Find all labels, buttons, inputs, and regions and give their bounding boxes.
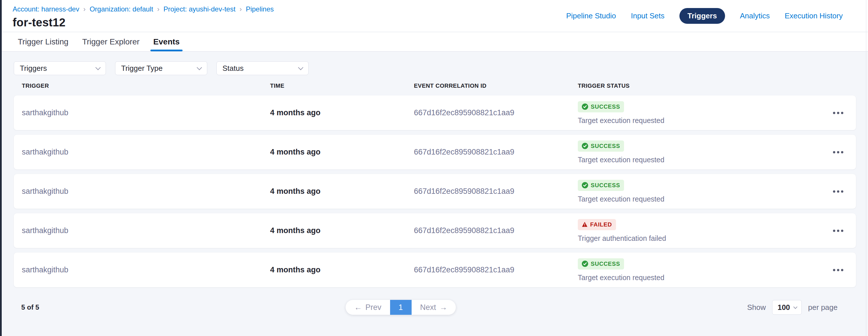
row-menu-button[interactable] <box>833 269 856 271</box>
event-correlation-id: 667d16f2ec895908821c1aa9 <box>414 108 578 117</box>
trigger-status-cell: SUCCESS Target execution requested <box>578 258 810 282</box>
breadcrumb-separator-icon: › <box>83 5 86 13</box>
event-time: 4 months ago <box>270 226 414 235</box>
trigger-status-cell: SUCCESS Target execution requested <box>578 140 810 164</box>
status-badge: SUCCESS <box>578 258 624 269</box>
nav-triggers[interactable]: Triggers <box>679 8 725 24</box>
event-time: 4 months ago <box>270 108 414 117</box>
event-time: 4 months ago <box>270 266 414 274</box>
arrow-left-icon: ← <box>354 303 362 312</box>
breadcrumb-separator-icon: › <box>157 5 160 13</box>
ellipsis-icon <box>833 269 835 271</box>
warning-triangle-icon <box>582 222 588 227</box>
trigger-type-filter-label: Trigger Type <box>121 64 163 73</box>
page-size-select[interactable]: 100 <box>772 300 802 315</box>
status-filter-dropdown[interactable]: Status <box>216 61 309 75</box>
breadcrumb-organization[interactable]: Organization: default <box>90 5 153 13</box>
event-row: sarthakgithub 4 months ago 667d16f2ec895… <box>14 213 856 248</box>
nav-analytics[interactable]: Analytics <box>740 11 770 20</box>
breadcrumb-project[interactable]: Project: ayushi-dev-test <box>164 5 236 13</box>
triggers-tabbar: Trigger Listing Trigger Explorer Events <box>2 32 868 52</box>
right-gutter-divider <box>866 0 866 336</box>
ellipsis-icon <box>841 269 843 271</box>
pagination-bar: 5 of 5 ← Prev 1 Next → Show 100 <box>2 300 868 315</box>
ellipsis-icon <box>837 112 839 114</box>
status-message: Target execution requested <box>578 195 664 203</box>
trigger-status-cell: SUCCESS Target execution requested <box>578 180 810 203</box>
ellipsis-icon <box>841 151 843 154</box>
breadcrumb-account[interactable]: Account: harness-dev <box>12 5 79 13</box>
trigger-name: sarthakgithub <box>22 266 270 274</box>
status-badge-label: SUCCESS <box>591 182 620 189</box>
event-correlation-id: 667d16f2ec895908821c1aa9 <box>414 226 578 235</box>
status-badge: SUCCESS <box>578 101 624 112</box>
status-badge-label: SUCCESS <box>591 261 620 267</box>
show-label: Show <box>747 303 766 312</box>
row-menu-button[interactable] <box>833 190 856 193</box>
trigger-name: sarthakgithub <box>22 108 270 117</box>
event-row: sarthakgithub 4 months ago 667d16f2ec895… <box>14 253 856 287</box>
triggers-filter-label: Triggers <box>20 64 47 73</box>
nav-execution-history[interactable]: Execution History <box>785 11 843 20</box>
column-header-trigger: TRIGGER <box>22 82 270 89</box>
row-menu-button[interactable] <box>833 230 856 232</box>
status-filter-label: Status <box>222 64 244 73</box>
next-page-button[interactable]: Next → <box>412 300 456 315</box>
trigger-status-cell: SUCCESS Target execution requested <box>578 101 810 125</box>
ellipsis-icon <box>841 112 843 114</box>
tab-events[interactable]: Events <box>153 32 180 51</box>
trigger-name: sarthakgithub <box>22 226 270 235</box>
event-row: sarthakgithub 4 months ago 667d16f2ec895… <box>14 96 856 130</box>
status-badge: SUCCESS <box>578 140 624 152</box>
status-message: Target execution requested <box>578 116 664 125</box>
nav-pipeline-studio[interactable]: Pipeline Studio <box>566 11 616 20</box>
chevron-down-icon <box>794 305 797 309</box>
page-size-group: Show 100 per page <box>747 300 838 315</box>
trigger-type-filter-dropdown[interactable]: Trigger Type <box>115 61 207 75</box>
trigger-name: sarthakgithub <box>22 148 270 157</box>
breadcrumb-pipelines[interactable]: Pipelines <box>246 5 274 13</box>
collapsed-sidebar-edge <box>0 0 2 336</box>
per-page-label: per page <box>808 303 838 312</box>
triggers-events-page: Account: harness-dev › Organization: def… <box>0 0 868 336</box>
event-correlation-id: 667d16f2ec895908821c1aa9 <box>414 148 578 157</box>
row-menu-button[interactable] <box>833 112 856 114</box>
event-time: 4 months ago <box>270 148 414 157</box>
page-number-button[interactable]: 1 <box>390 300 412 315</box>
column-header-event-correlation-id: EVENT CORRELATION ID <box>414 82 578 89</box>
status-badge-label: SUCCESS <box>591 103 620 110</box>
trigger-name: sarthakgithub <box>22 187 270 196</box>
event-correlation-id: 667d16f2ec895908821c1aa9 <box>414 187 578 196</box>
column-header-time: TIME <box>270 82 414 89</box>
event-row: sarthakgithub 4 months ago 667d16f2ec895… <box>14 174 856 209</box>
status-message: Target execution requested <box>578 156 664 164</box>
nav-input-sets[interactable]: Input Sets <box>631 11 664 20</box>
tab-trigger-listing[interactable]: Trigger Listing <box>18 32 68 51</box>
ellipsis-icon <box>833 112 835 114</box>
results-count: 5 of 5 <box>21 303 39 311</box>
events-content: Triggers Trigger Type Status TRIGGER TIM… <box>2 52 868 336</box>
trigger-status-cell: FAILED Trigger authentication failed <box>578 219 810 242</box>
prev-page-button[interactable]: ← Prev <box>346 300 390 315</box>
chevron-down-icon <box>298 65 303 70</box>
breadcrumb-separator-icon: › <box>239 5 242 13</box>
filter-bar: Triggers Trigger Type Status <box>14 61 868 75</box>
triggers-filter-dropdown[interactable]: Triggers <box>14 61 106 75</box>
arrow-right-icon: → <box>439 303 447 312</box>
check-circle-icon <box>582 143 588 149</box>
check-circle-icon <box>582 182 588 188</box>
event-row: sarthakgithub 4 months ago 667d16f2ec895… <box>14 135 856 169</box>
event-correlation-id: 667d16f2ec895908821c1aa9 <box>414 266 578 274</box>
check-circle-icon <box>582 261 588 267</box>
ellipsis-icon <box>833 230 835 232</box>
check-circle-icon <box>582 103 588 110</box>
row-menu-button[interactable] <box>833 151 856 154</box>
chevron-down-icon <box>197 65 202 70</box>
tab-trigger-explorer[interactable]: Trigger Explorer <box>82 32 140 51</box>
status-badge: SUCCESS <box>578 180 624 191</box>
page-size-value: 100 <box>778 303 790 312</box>
ellipsis-icon <box>837 190 839 193</box>
ellipsis-icon <box>833 190 835 193</box>
ellipsis-icon <box>837 230 839 232</box>
status-badge-label: FAILED <box>590 221 612 228</box>
